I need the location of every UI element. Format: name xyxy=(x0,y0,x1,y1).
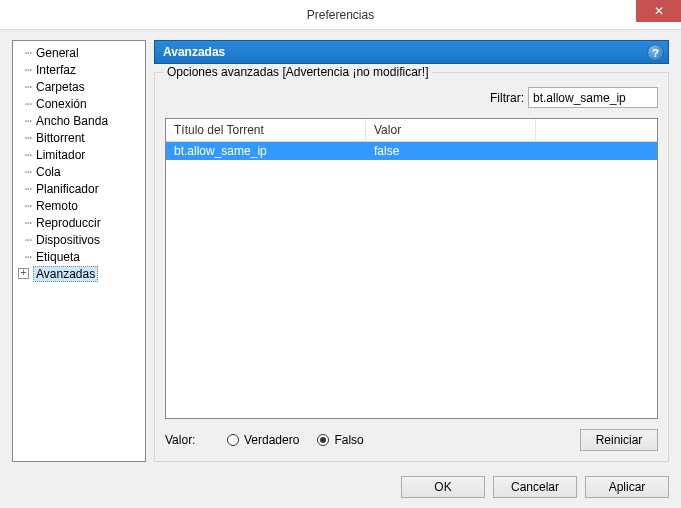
column-title[interactable]: Título del Torrent xyxy=(166,119,366,141)
options-table[interactable]: Título del Torrent Valor bt.allow_same_i… xyxy=(165,118,658,419)
sidebar-item-conexion[interactable]: ⋯Conexión xyxy=(15,95,143,112)
group-legend: Opciones avanzadas [Advertencia ¡no modi… xyxy=(163,65,432,79)
sidebar-item-dispositivos[interactable]: ⋯Dispositivos xyxy=(15,231,143,248)
value-label: Valor: xyxy=(165,433,209,447)
radio-false[interactable]: Falso xyxy=(317,433,363,447)
advanced-options-group: Opciones avanzadas [Advertencia ¡no modi… xyxy=(154,72,669,462)
column-value[interactable]: Valor xyxy=(366,119,536,141)
sidebar-item-carpetas[interactable]: ⋯Carpetas xyxy=(15,78,143,95)
sidebar-item-avanzadas[interactable]: +Avanzadas xyxy=(15,265,143,282)
radio-icon xyxy=(317,434,329,446)
category-tree[interactable]: ⋯General ⋯Interfaz ⋯Carpetas ⋯Conexión ⋯… xyxy=(12,40,146,462)
radio-true[interactable]: Verdadero xyxy=(227,433,299,447)
apply-button[interactable]: Aplicar xyxy=(585,476,669,498)
cell-value: false xyxy=(366,144,536,158)
sidebar-item-planificador[interactable]: ⋯Planificador xyxy=(15,180,143,197)
sidebar-item-remoto[interactable]: ⋯Remoto xyxy=(15,197,143,214)
reset-button[interactable]: Reiniciar xyxy=(580,429,658,451)
filter-input[interactable] xyxy=(528,87,658,108)
ok-button[interactable]: OK xyxy=(401,476,485,498)
help-icon[interactable]: ? xyxy=(647,44,664,61)
cancel-button[interactable]: Cancelar xyxy=(493,476,577,498)
sidebar-item-etiqueta[interactable]: ⋯Etiqueta xyxy=(15,248,143,265)
cell-title: bt.allow_same_ip xyxy=(166,144,366,158)
filter-label: Filtrar: xyxy=(490,91,524,105)
radio-icon xyxy=(227,434,239,446)
panel-header: Avanzadas ? xyxy=(154,40,669,64)
window-title: Preferencias xyxy=(307,8,374,22)
sidebar-item-limitador[interactable]: ⋯Limitador xyxy=(15,146,143,163)
sidebar-item-general[interactable]: ⋯General xyxy=(15,44,143,61)
close-icon: ✕ xyxy=(654,4,664,18)
sidebar-item-reproducir[interactable]: ⋯Reproduccir xyxy=(15,214,143,231)
table-row[interactable]: bt.allow_same_ip false xyxy=(166,142,657,160)
sidebar-item-bittorrent[interactable]: ⋯Bittorrent xyxy=(15,129,143,146)
sidebar-item-ancho-banda[interactable]: ⋯Ancho Banda xyxy=(15,112,143,129)
sidebar-item-interfaz[interactable]: ⋯Interfaz xyxy=(15,61,143,78)
panel-title: Avanzadas xyxy=(163,45,225,59)
sidebar-item-cola[interactable]: ⋯Cola xyxy=(15,163,143,180)
column-spacer xyxy=(536,119,657,141)
expand-icon[interactable]: + xyxy=(18,268,29,279)
close-button[interactable]: ✕ xyxy=(636,0,681,22)
table-header: Título del Torrent Valor xyxy=(166,119,657,142)
